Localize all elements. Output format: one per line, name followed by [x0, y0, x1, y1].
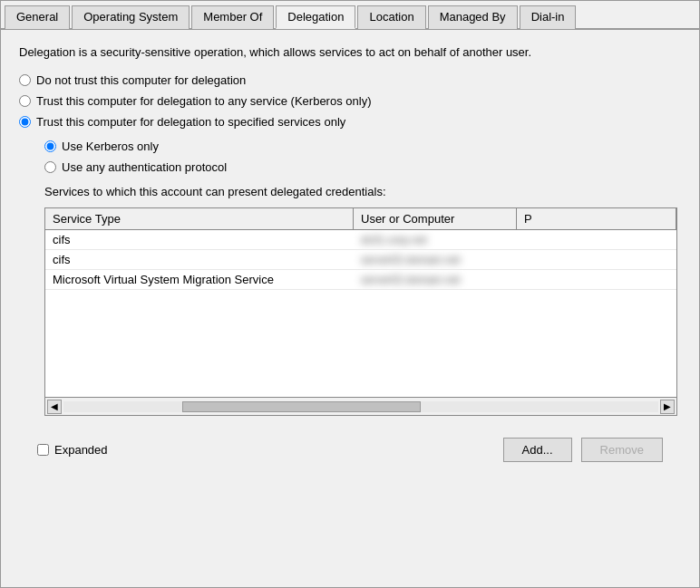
- radio-trust-specified-input[interactable]: [19, 116, 31, 128]
- radio-kerberos-only-label: Use Kerberos only: [62, 140, 159, 153]
- tab-content-delegation: Delegation is a security-sensitive opera…: [1, 30, 699, 587]
- expanded-checkbox[interactable]: [37, 444, 49, 456]
- cell-port-1: [517, 250, 676, 269]
- tab-general[interactable]: General: [5, 5, 70, 29]
- tab-location[interactable]: Location: [357, 5, 425, 29]
- dialog-container: General Operating System Member Of Deleg…: [0, 0, 700, 588]
- cell-user-computer-1: server02.domain.net: [354, 250, 517, 269]
- radio-any-auth[interactable]: Use any authentication protocol: [44, 160, 681, 174]
- remove-button[interactable]: Remove: [581, 438, 663, 462]
- cell-service-type-0: cifs: [45, 230, 354, 249]
- radio-trust-specified-label: Trust this computer for delegation to sp…: [36, 115, 345, 129]
- header-user-computer: User or Computer: [354, 208, 517, 229]
- radio-trust-any-input[interactable]: [19, 95, 31, 107]
- cell-service-type-1: cifs: [45, 250, 354, 269]
- cell-port-2: [517, 270, 676, 289]
- add-button[interactable]: Add...: [503, 438, 572, 462]
- header-port: P: [517, 208, 676, 229]
- blurred-user-1: server02.domain.net: [361, 254, 460, 266]
- scroll-track[interactable]: [63, 401, 658, 412]
- scroll-left-arrow[interactable]: ◀: [47, 400, 62, 414]
- tab-operating-system[interactable]: Operating System: [72, 5, 190, 29]
- cell-port-0: [517, 230, 676, 249]
- cell-user-computer-0: dc01.corp.net: [354, 230, 517, 249]
- radio-trust-any-label: Trust this computer for delegation to an…: [36, 94, 371, 108]
- cell-service-type-2: Microsoft Virtual System Migration Servi…: [45, 270, 354, 289]
- table-row[interactable]: Microsoft Virtual System Migration Servi…: [45, 270, 676, 290]
- delegation-description: Delegation is a security-sensitive opera…: [19, 44, 681, 61]
- tab-dial-in[interactable]: Dial-in: [520, 5, 577, 29]
- radio-trust-any[interactable]: Trust this computer for delegation to an…: [19, 94, 681, 108]
- radio-trust-specified[interactable]: Trust this computer for delegation to sp…: [19, 115, 681, 129]
- blurred-user-2: server02.domain.net: [361, 274, 460, 286]
- table-row[interactable]: cifs dc01.corp.net: [45, 230, 676, 250]
- bottom-bar: Expanded Add... Remove: [19, 429, 681, 471]
- scroll-thumb[interactable]: [182, 401, 420, 412]
- expanded-label: Expanded: [54, 443, 108, 457]
- expanded-checkbox-label[interactable]: Expanded: [37, 443, 108, 457]
- delegation-options: Do not trust this computer for delegatio…: [19, 73, 681, 129]
- services-label: Services to which this account can prese…: [44, 185, 681, 198]
- table-body: cifs dc01.corp.net cifs server02.domain.…: [45, 230, 676, 397]
- radio-any-auth-label: Use any authentication protocol: [62, 160, 227, 174]
- sub-delegation-options: Use Kerberos only Use any authentication…: [44, 140, 681, 174]
- tab-bar: General Operating System Member Of Deleg…: [1, 1, 699, 30]
- services-table: Service Type User or Computer P cifs dc0…: [44, 207, 677, 416]
- cell-user-computer-2: server02.domain.net: [354, 270, 517, 289]
- radio-kerberos-only-input[interactable]: [44, 140, 56, 152]
- tab-delegation[interactable]: Delegation: [276, 5, 355, 29]
- tab-member-of[interactable]: Member Of: [191, 5, 274, 29]
- table-row[interactable]: cifs server02.domain.net: [45, 250, 676, 270]
- radio-no-trust-input[interactable]: [19, 74, 31, 86]
- tab-managed-by[interactable]: Managed By: [428, 5, 518, 29]
- table-header: Service Type User or Computer P: [45, 208, 676, 230]
- scroll-right-arrow[interactable]: ▶: [660, 400, 675, 414]
- blurred-user-0: dc01.corp.net: [361, 234, 427, 246]
- radio-any-auth-input[interactable]: [44, 161, 56, 173]
- header-service-type: Service Type: [45, 208, 354, 229]
- horizontal-scrollbar[interactable]: ◀ ▶: [45, 397, 676, 415]
- radio-no-trust-label: Do not trust this computer for delegatio…: [36, 73, 246, 87]
- radio-no-trust[interactable]: Do not trust this computer for delegatio…: [19, 73, 681, 87]
- radio-kerberos-only[interactable]: Use Kerberos only: [44, 140, 681, 153]
